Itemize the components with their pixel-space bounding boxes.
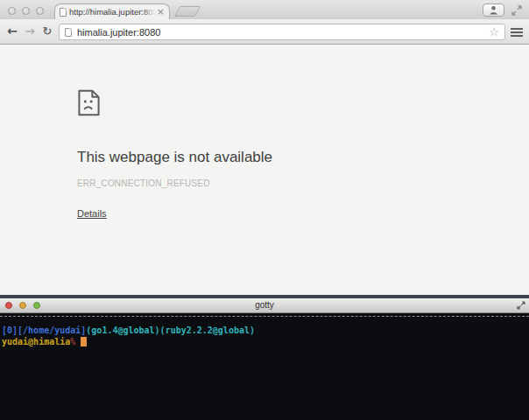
browser-titlebar: http://himalia.jupiter:808 × — [0, 0, 529, 19]
minimize-window-button[interactable] — [22, 7, 30, 15]
browser-tab[interactable]: http://himalia.jupiter:808 × — [54, 4, 170, 19]
details-link[interactable]: Details — [77, 208, 107, 219]
back-button[interactable]: ← — [5, 19, 19, 44]
bookmark-star-icon[interactable]: ☆ — [489, 26, 499, 38]
profile-button[interactable] — [483, 4, 504, 17]
chrome-menu-icon[interactable] — [511, 28, 523, 37]
prompt-user: yudai@himalia — [2, 337, 70, 346]
url-text[interactable]: himalia.jupiter:8080 — [77, 27, 489, 38]
tab-close-icon[interactable]: × — [157, 7, 165, 17]
browser-toolbar: ← → ↻ himalia.jupiter:8080 ☆ — [0, 19, 529, 45]
prompt-symbol: % — [70, 337, 75, 346]
close-window-button[interactable] — [8, 7, 16, 15]
person-icon — [488, 5, 499, 15]
terminal-cursor — [81, 337, 87, 346]
zoom-window-button[interactable] — [36, 7, 44, 15]
error-page: This webpage is not available ERR_CONNEC… — [0, 46, 529, 295]
terminal-titlebar: gotty — [0, 298, 529, 313]
browser-window-controls — [8, 7, 44, 15]
screen: http://himalia.jupiter:808 × — [0, 0, 529, 420]
terminal-window: gotty [0][/home/yudai](go1.4@global)(rub… — [0, 295, 529, 420]
browser-window: http://himalia.jupiter:808 × — [0, 0, 529, 295]
terminal-title: gotty — [0, 300, 529, 310]
error-title: This webpage is not available — [77, 149, 529, 166]
forward-button[interactable]: → — [23, 19, 37, 44]
fullscreen-expand-icon[interactable] — [511, 5, 522, 16]
address-bar[interactable]: himalia.jupiter:8080 ☆ — [59, 24, 505, 40]
new-tab-button[interactable] — [174, 6, 201, 17]
error-code: ERR_CONNECTION_REFUSED — [77, 178, 529, 188]
url-page-icon — [65, 28, 72, 37]
terminal-resize-icon[interactable] — [517, 301, 525, 310]
tab-favicon-page-icon — [60, 8, 67, 17]
terminal-prompt: [0][/home/yudai](go1.4@global)(ruby2.2.2… — [2, 325, 529, 347]
reload-button[interactable]: ↻ — [40, 19, 54, 44]
terminal-separator — [0, 316, 529, 317]
terminal-screen[interactable]: [0][/home/yudai](go1.4@global)(ruby2.2.2… — [0, 313, 529, 419]
prompt-path: [0][/home/yudai] — [2, 326, 86, 335]
tab-title: http://himalia.jupiter:808 — [67, 7, 155, 17]
prompt-envs: (go1.4@global)(ruby2.2.2@global) — [86, 326, 255, 335]
sad-page-icon — [77, 89, 101, 116]
